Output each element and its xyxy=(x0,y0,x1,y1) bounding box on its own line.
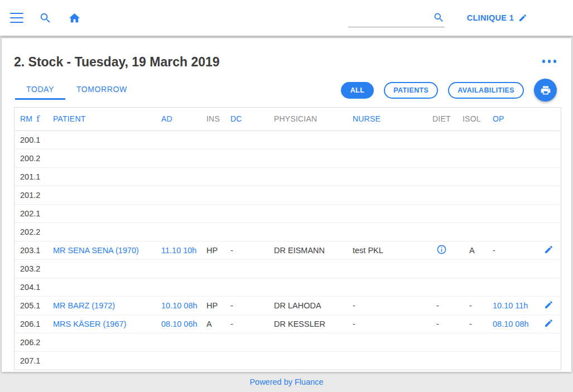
column-header-dc[interactable]: DC xyxy=(230,108,273,130)
cell-edit xyxy=(536,278,561,296)
menu-icon[interactable] xyxy=(10,11,23,25)
powered-by-link[interactable]: Powered by Fluance xyxy=(249,378,323,386)
cell-dc xyxy=(230,222,273,241)
cell-ins xyxy=(206,259,230,278)
cell-diet xyxy=(432,186,462,204)
cell-physician xyxy=(273,130,352,149)
cell-room: 200.2 xyxy=(15,149,52,167)
column-header-ad[interactable]: AD xyxy=(161,108,206,130)
table-row: 203.2 xyxy=(15,259,561,278)
home-icon[interactable] xyxy=(68,12,81,25)
search-icon[interactable] xyxy=(39,12,52,25)
cell-op xyxy=(492,278,536,296)
cell-patient xyxy=(52,186,161,204)
cell-ad xyxy=(161,149,206,167)
column-header-isol[interactable]: ISOL xyxy=(462,108,492,130)
patient-link[interactable]: MR SENA SENA (1970) xyxy=(53,246,139,255)
pencil-icon xyxy=(544,245,553,254)
cell-diet xyxy=(432,149,462,167)
cell-patient: MR BARZ (1972) xyxy=(52,296,161,314)
op-link[interactable]: 08.10 08h xyxy=(493,320,529,328)
cell-dc xyxy=(230,167,273,186)
printer-icon xyxy=(540,85,551,96)
filter-availabilities-button[interactable]: AVAILABILITIES xyxy=(448,82,524,99)
cell-patient xyxy=(52,333,161,351)
cell-room: 203.1 xyxy=(15,241,52,259)
controls-row: TODAYTOMORROW ALLPATIENTSAVAILABILITIES xyxy=(2,79,571,101)
tab-today[interactable]: TODAY xyxy=(15,81,65,100)
print-button[interactable] xyxy=(534,79,557,101)
cell-ins xyxy=(206,186,230,204)
column-header-op[interactable]: OP xyxy=(492,108,536,130)
column-header-diet[interactable]: DIET xyxy=(432,108,462,130)
cell-isol: - xyxy=(462,314,492,333)
cell-diet xyxy=(432,333,462,351)
column-header-physician[interactable]: PHYSICIAN xyxy=(273,108,352,130)
stock-table: RMfPATIENTADINSDCPHYSICIANNURSEDIETISOLO… xyxy=(14,107,561,370)
column-header-nurse[interactable]: NURSE xyxy=(352,108,432,130)
cell-patient xyxy=(52,222,161,241)
column-header-edit xyxy=(536,108,561,130)
edit-row-button[interactable] xyxy=(543,244,554,255)
cell-patient xyxy=(52,130,161,149)
clinic-name: CLINIQUE 1 xyxy=(467,13,514,22)
table-row: 200.1 xyxy=(15,130,561,149)
filter-all-button[interactable]: ALL xyxy=(341,82,374,99)
cell-ins xyxy=(206,278,230,296)
cell-diet xyxy=(432,222,462,241)
cell-dc: - xyxy=(230,296,273,314)
cell-ins: HP xyxy=(206,241,230,259)
cell-physician xyxy=(273,333,352,351)
toolbar-search-input[interactable] xyxy=(348,13,433,23)
cell-nurse xyxy=(352,333,432,351)
cell-edit xyxy=(536,222,561,241)
clinic-selector[interactable]: CLINIQUE 1 xyxy=(467,13,527,22)
cell-ad: 08.10 06h xyxy=(161,314,206,333)
cell-room: 200.1 xyxy=(15,130,52,149)
cell-op xyxy=(492,351,536,370)
cell-patient xyxy=(52,351,161,370)
table-row: 201.1 xyxy=(15,167,561,186)
cell-room: 207.1 xyxy=(15,351,52,370)
edit-row-button[interactable] xyxy=(543,318,554,328)
cell-isol xyxy=(462,130,492,149)
column-header-room[interactable]: RMf xyxy=(15,108,52,130)
cell-ins xyxy=(206,333,230,351)
patient-link[interactable]: MR BARZ (1972) xyxy=(53,301,115,310)
table-row: 200.2 xyxy=(15,149,561,167)
edit-row-button[interactable] xyxy=(543,299,554,310)
page-title: 2. Stock - Tuesday, 19 March 2019 xyxy=(14,55,571,70)
search-field-icon[interactable] xyxy=(433,12,445,23)
cell-physician xyxy=(273,259,352,278)
admission-link[interactable]: 08.10 06h xyxy=(161,320,198,328)
cell-edit xyxy=(536,296,561,314)
cell-nurse: test PKL xyxy=(352,241,432,259)
admission-link[interactable]: 11.10 10h xyxy=(161,246,196,255)
cell-nurse xyxy=(352,149,432,167)
cell-dc xyxy=(230,278,273,296)
tab-tomorrow[interactable]: TOMORROW xyxy=(65,81,138,100)
cell-dc: - xyxy=(230,314,273,333)
edit-clinic-pencil-icon[interactable] xyxy=(518,13,527,22)
op-link[interactable]: 10.10 11h xyxy=(493,301,528,310)
stock-card: 2. Stock - Tuesday, 19 March 2019 TODAYT… xyxy=(2,38,571,372)
cell-diet xyxy=(432,259,462,278)
sort-indicator-icon: f xyxy=(36,114,40,124)
cell-diet: - xyxy=(432,314,462,333)
cell-ins xyxy=(206,204,230,222)
cell-room: 204.1 xyxy=(15,278,52,296)
page-footer: Powered by Fluance xyxy=(0,372,573,392)
cell-dc xyxy=(230,351,273,370)
column-header-patient[interactable]: PATIENT xyxy=(52,108,161,130)
filter-patients-button[interactable]: PATIENTS xyxy=(384,82,438,99)
patient-link[interactable]: MRS KÄSER (1967) xyxy=(53,320,126,328)
cell-diet xyxy=(432,130,462,149)
cell-dc: - xyxy=(230,241,273,259)
admission-link[interactable]: 10.10 08h xyxy=(161,301,198,310)
diet-info-icon[interactable] xyxy=(436,244,447,255)
cell-physician: DR EISMANN xyxy=(273,241,352,259)
table-row: 204.1 xyxy=(15,278,561,296)
cell-diet: - xyxy=(432,296,462,314)
column-header-ins[interactable]: INS xyxy=(206,108,230,130)
overflow-menu-icon[interactable] xyxy=(541,58,558,65)
